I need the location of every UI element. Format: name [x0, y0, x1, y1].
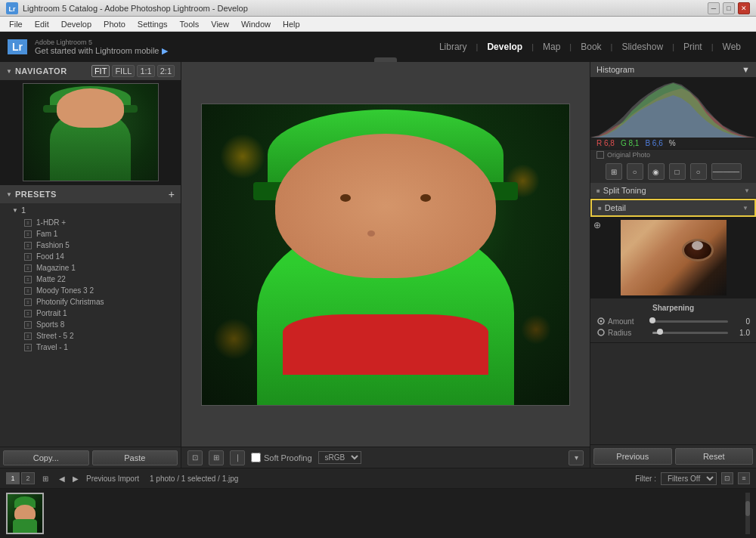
filmstrip-tab-1[interactable]: 1 [6, 472, 20, 484]
preset-item[interactable]: ≡ Moody Tones 3 2 [0, 285, 181, 296]
minimize-button[interactable]: ─ [708, 2, 720, 14]
nav-2to1-btn[interactable]: 2:1 [157, 65, 175, 77]
tool-target[interactable]: ◉ [648, 163, 665, 180]
nav-links: Library | Develop | Map | Book | Slidesh… [432, 42, 748, 52]
tool-square[interactable]: □ [669, 163, 686, 180]
copy-button[interactable]: Copy... [3, 450, 89, 465]
previous-button[interactable]: Previous [593, 448, 672, 465]
menu-settings[interactable]: Settings [132, 17, 174, 32]
crop-tool[interactable]: ⊡ [187, 450, 203, 465]
preset-item[interactable]: ≡ Fashion 5 [0, 240, 181, 251]
nav-map[interactable]: Map [535, 42, 568, 52]
preset-item[interactable]: ≡ Magazine 1 [0, 262, 181, 274]
soft-proofing-checkbox[interactable] [251, 453, 261, 462]
filmstrip-next-arrow[interactable]: ▶ [70, 472, 82, 484]
navigator-panel: ▼ Navigator FIT FILL 1:1 2:1 [0, 62, 181, 185]
menu-photo[interactable]: Photo [98, 17, 132, 32]
filmstrip-settings-icon[interactable]: ⊡ [721, 472, 733, 484]
center-section: ⊡ ⊞ ∣ Soft Proofing sRGB ▾ [181, 62, 590, 468]
add-preset-button[interactable]: + [169, 188, 175, 200]
tool-oval[interactable]: ○ [690, 163, 707, 180]
filmstrip-info: 1 photo / 1 selected / 1.jpg [150, 475, 238, 483]
sharpening-section: Sharpening Amount 0 [590, 298, 756, 342]
mobile-link[interactable]: ▶ [162, 46, 168, 55]
filmstrip-import-label: Previous Import [86, 475, 139, 483]
detail-target-icon[interactable]: ⊕ [593, 220, 601, 230]
nav-1to1-btn[interactable]: 1:1 [137, 65, 154, 77]
svg-point-4 [598, 329, 604, 335]
detail-preview-area: ⊕ [590, 217, 756, 298]
view-mode-btn[interactable]: ⊞ [209, 450, 224, 465]
filmstrip-item[interactable] [6, 493, 44, 534]
menu-tools[interactable]: Tools [174, 17, 206, 32]
detail-header[interactable]: ■ Detail ▼ [590, 199, 756, 217]
filmstrip [0, 489, 756, 538]
filmstrip-filter-icon[interactable]: ≡ [738, 472, 750, 484]
histogram-header[interactable]: Histogram ▼ [590, 62, 756, 77]
menu-bar: File Edit Develop Photo Settings Tools V… [0, 17, 756, 32]
maximize-button[interactable]: □ [723, 2, 735, 14]
menu-window[interactable]: Window [235, 17, 277, 32]
filmstrip-grid-icon[interactable]: ⊞ [39, 472, 51, 484]
left-panel: ▼ Navigator FIT FILL 1:1 2:1 [0, 62, 181, 468]
svg-text:Lr: Lr [9, 5, 16, 13]
lr-logo: Lr [8, 39, 27, 54]
nav-fit-btn[interactable]: FIT [91, 65, 110, 77]
preset-group-header[interactable]: ▼ 1 [0, 203, 181, 217]
photo-menu-btn[interactable]: ▾ [569, 450, 584, 465]
navigator-controls: FIT FILL 1:1 2:1 [91, 65, 175, 77]
preset-item[interactable]: ≡ Street - 5 2 [0, 330, 181, 342]
filmstrip-prev-arrow[interactable]: ◀ [56, 472, 68, 484]
app-icon: Lr [6, 2, 18, 14]
original-photo-checkbox[interactable] [596, 151, 604, 159]
menu-file[interactable]: File [3, 17, 29, 32]
nav-develop[interactable]: Develop [479, 42, 530, 52]
soft-proofing-check[interactable]: Soft Proofing [251, 453, 312, 462]
nav-library[interactable]: Library [432, 42, 475, 52]
nav-book[interactable]: Book [573, 42, 609, 52]
expand-handle[interactable] [374, 57, 397, 62]
close-button[interactable]: ✕ [738, 2, 750, 14]
preset-icon: ≡ [24, 253, 32, 261]
split-toning-arrow: ▼ [744, 187, 750, 194]
tool-line[interactable]: ───── [711, 163, 742, 180]
hist-g-label: G 8,1 [621, 139, 639, 147]
tool-circle[interactable]: ○ [627, 163, 643, 180]
nav-print[interactable]: Print [676, 42, 710, 52]
menu-help[interactable]: Help [277, 17, 306, 32]
nav-slideshow[interactable]: Slideshow [614, 42, 671, 52]
amount-value: 0 [731, 317, 750, 326]
menu-develop[interactable]: Develop [55, 17, 98, 32]
tool-grid[interactable]: ⊞ [606, 163, 622, 180]
preset-item[interactable]: ≡ Sports 8 [0, 319, 181, 330]
nav-fill-btn[interactable]: FILL [112, 65, 135, 77]
navigator-header[interactable]: ▼ Navigator FIT FILL 1:1 2:1 [0, 62, 181, 80]
preset-item[interactable]: ≡ 1-HDR + [0, 217, 181, 228]
paste-button[interactable]: Paste [92, 450, 178, 465]
nav-web[interactable]: Web [715, 42, 748, 52]
preset-icon: ≡ [24, 219, 32, 227]
amount-slider[interactable] [652, 320, 728, 323]
preset-icon: ≡ [24, 230, 32, 238]
preset-item[interactable]: ≡ Portrait 1 [0, 308, 181, 319]
preset-item[interactable]: ≡ Fam 1 [0, 228, 181, 240]
histogram-values: R 6,8 G 8,1 B 6,6 % [590, 138, 756, 149]
preset-item[interactable]: ≡ Food 14 [0, 251, 181, 262]
reset-button[interactable]: Reset [675, 448, 754, 465]
menu-view[interactable]: View [205, 17, 235, 32]
preset-icon: ≡ [24, 321, 32, 329]
group-triangle: ▼ [12, 207, 18, 214]
radius-slider[interactable] [652, 332, 728, 334]
profile-select[interactable]: sRGB [318, 451, 361, 464]
filmstrip-tab-2[interactable]: 2 [21, 472, 35, 484]
presets-header[interactable]: ▼ Presets + [0, 185, 181, 203]
preset-item[interactable]: ≡ Travel - 1 [0, 342, 181, 353]
filter-select[interactable]: Filters Off [661, 472, 717, 485]
preset-item[interactable]: ≡ Matte 22 [0, 274, 181, 285]
menu-edit[interactable]: Edit [29, 17, 55, 32]
radius-label: Radius [608, 329, 649, 337]
split-toning-header[interactable]: ■ Split Toning ▼ [590, 183, 756, 198]
preset-item[interactable]: ≡ Photonify Christmas [0, 296, 181, 308]
split-toning-title: Split Toning [603, 186, 646, 195]
compare-btn[interactable]: ∣ [230, 450, 245, 465]
